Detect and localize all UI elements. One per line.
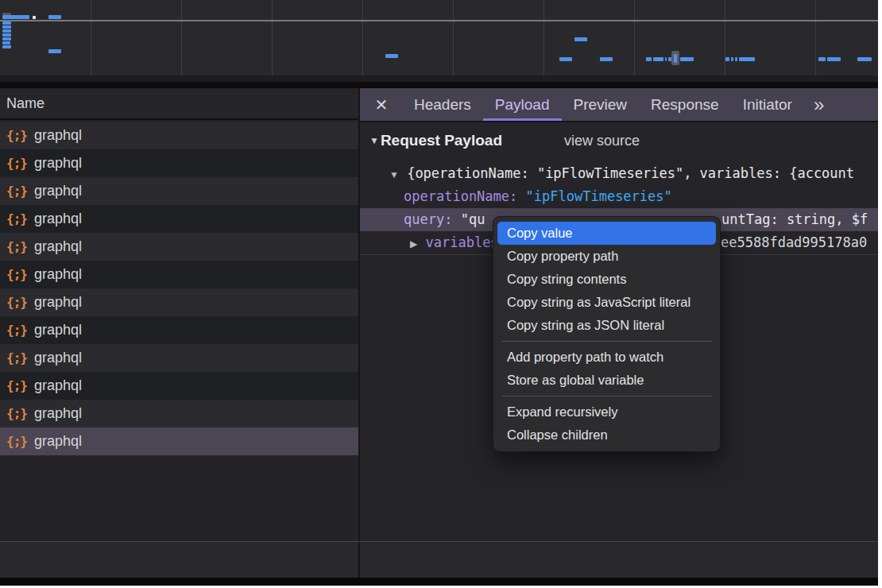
timeline-gridline [544,0,544,75]
fetch-json-icon: {;} [6,323,27,338]
summary-bar-divider [358,542,360,578]
close-icon[interactable]: ✕ [372,88,391,121]
request-name-label: graphql [34,377,82,394]
menu-item-copy-string-contents[interactable]: Copy string contents [497,268,716,291]
request-row[interactable]: {;}graphql [0,205,358,233]
overview-request-bar [665,57,667,61]
overview-request-bar [653,57,663,61]
menu-item-store-as-global-variable[interactable]: Store as global variable [497,369,716,392]
overview-request-bar [385,54,398,58]
request-row[interactable]: {;}graphql [0,233,358,261]
overview-request-bar [857,57,872,61]
overview-request-bar [2,41,10,44]
request-row[interactable]: {;}graphql [0,288,358,316]
overview-request-bar [2,37,11,41]
tab-initiator[interactable]: Initiator [731,88,804,121]
query-value-left: "qu [461,211,485,227]
timeline-gridline [181,0,182,75]
overview-request-bar [680,57,694,61]
operation-key: operationName: [404,188,517,204]
tab-payload[interactable]: Payload [483,88,562,121]
request-name-label: graphql [34,266,82,283]
menu-item-expand-recursively[interactable]: Expand recursively [497,400,716,424]
request-name-label: graphql [34,433,82,450]
menu-item-copy-property-path[interactable]: Copy property path [497,245,716,268]
network-overview-timeline[interactable] [0,0,878,75]
variables-value-right: ee5588fdad995178a0 [721,231,867,254]
overview-request-bar [2,29,11,33]
collapse-triangle-icon[interactable]: ▼ [369,135,379,146]
overview-request-bar [2,33,11,37]
request-payload-title: Request Payload [381,132,502,149]
fetch-json-icon: {;} [6,378,27,393]
request-row[interactable]: {;}graphql [0,122,358,149]
overview-request-bar [48,15,61,19]
overview-request-bar [2,25,11,29]
overview-request-bar [2,15,29,19]
view-source-link[interactable]: view source [564,128,640,153]
more-tabs-icon[interactable]: » [814,88,822,121]
request-row[interactable]: {;}graphql [0,261,358,288]
overview-request-bar [48,49,61,53]
window-bottom-edge [0,578,878,586]
request-name-label: graphql [34,294,82,311]
request-rows: {;}graphql{;}graphql{;}graphql{;}graphql… [0,122,358,455]
menu-divider [501,341,712,342]
menu-item-collapse-children[interactable]: Collapse children [497,424,716,447]
overview-request-bar [646,57,652,61]
fetch-json-icon: {;} [6,434,27,449]
request-payload-section-header[interactable]: ▼Request Payload [369,128,502,153]
expanded-triangle-icon[interactable]: ▼ [389,169,399,180]
payload-root-row[interactable]: ▼ {operationName: "ipFlowTimeseries", va… [360,162,878,185]
menu-item-copy-value[interactable]: Copy value [497,222,716,245]
name-column-header[interactable]: Name [0,88,358,120]
overview-request-bar [827,57,841,61]
fetch-json-icon: {;} [6,239,27,254]
timeline-gridline [362,0,363,75]
request-list-panel: Name {;}graphql{;}graphql{;}graphql{;}gr… [0,88,358,578]
name-column-label: Name [6,95,44,112]
request-row[interactable]: {;}graphql [0,400,358,427]
timeline-horizontal-gridline [0,20,878,21]
overview-request-bar [735,57,737,61]
request-name-label: graphql [34,238,82,255]
overview-request-bar [559,57,572,61]
request-row[interactable]: {;}graphql [0,316,358,344]
operation-value: "ipFlowTimeseries" [526,188,672,204]
request-row[interactable]: {;}graphql [0,344,358,372]
menu-item-add-property-path-to-watch[interactable]: Add property path to watch [497,346,716,369]
request-name-label: graphql [34,211,82,227]
overview-separator [0,75,878,82]
panel-separator [0,82,878,88]
query-value-right: untTag: string, $f [721,208,872,231]
tab-preview[interactable]: Preview [562,88,640,121]
fetch-json-icon: {;} [6,184,27,199]
menu-item-copy-string-as-javascript-literal[interactable]: Copy string as JavaScript literal [497,291,716,314]
request-row[interactable]: {;}graphql [0,372,358,400]
request-row[interactable]: {;}graphql [0,177,358,205]
request-name-label: graphql [34,155,82,172]
tab-response[interactable]: Response [639,88,731,121]
fetch-json-icon: {;} [6,128,27,143]
details-tab-bar: ✕ HeadersPayloadPreviewResponseInitiator… [360,88,878,122]
variables-key: variables [425,234,498,250]
operation-name-row[interactable]: operationName: "ipFlowTimeseries" [360,185,878,208]
menu-item-copy-string-as-json-literal[interactable]: Copy string as JSON literal [497,314,716,337]
overview-request-bar [574,37,587,41]
tab-headers[interactable]: Headers [402,88,483,121]
devtools-window: Name {;}graphql{;}graphql{;}graphql{;}gr… [0,0,882,588]
overview-request-bar [818,57,826,61]
overview-request-bar [731,57,733,61]
overview-request-bar [2,45,11,48]
request-name-label: graphql [34,405,82,422]
request-row[interactable]: {;}graphql [0,427,358,455]
request-name-label: graphql [34,183,82,199]
overview-request-bar [600,57,613,61]
request-row[interactable]: {;}graphql [0,149,358,177]
fetch-json-icon: {;} [6,295,27,310]
fetch-json-icon: {;} [6,156,27,171]
timeline-gridline [815,0,816,75]
timeline-gridline [725,0,725,75]
collapsed-triangle-icon[interactable]: ▶ [410,238,417,250]
fetch-json-icon: {;} [6,267,27,282]
